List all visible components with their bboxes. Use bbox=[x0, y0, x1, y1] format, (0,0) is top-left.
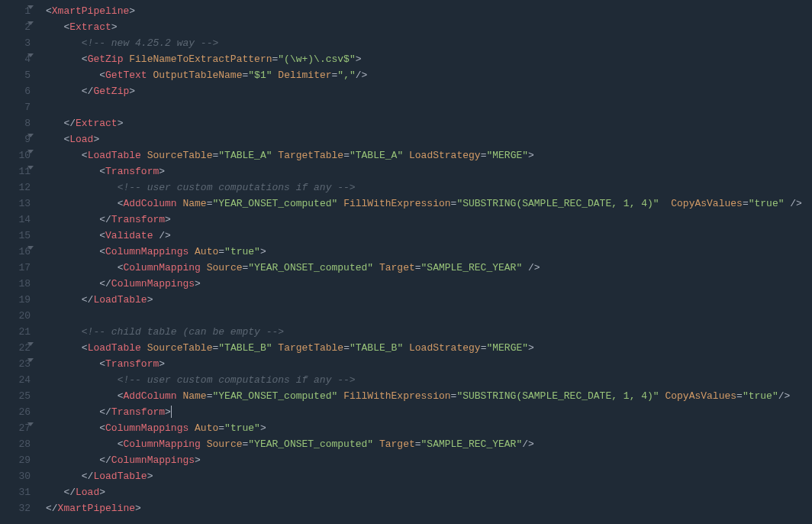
line-number[interactable]: 10 bbox=[0, 147, 31, 163]
code-line[interactable]: </LoadTable> bbox=[46, 468, 812, 484]
code-line[interactable]: <ColumnMappings Auto="true"> bbox=[46, 244, 812, 260]
line-number[interactable]: 23 bbox=[0, 356, 31, 372]
token-str: "SUBSTRING(SAMPLE_REC_DATE, 1, 4)" bbox=[456, 198, 659, 209]
code-line[interactable]: <GetZip FileNameToExtractPattern="(\w+)\… bbox=[46, 51, 812, 67]
fold-icon[interactable] bbox=[27, 150, 34, 154]
token-punct: > bbox=[147, 471, 153, 482]
code-area[interactable]: <XmartPipeline> <Extract> <!-- new 4.25.… bbox=[37, 3, 812, 524]
line-number[interactable]: 24 bbox=[0, 372, 31, 388]
code-line[interactable]: <Validate /> bbox=[46, 228, 812, 244]
line-number[interactable]: 25 bbox=[0, 388, 31, 404]
line-number[interactable]: 31 bbox=[0, 484, 31, 500]
token-tag: Load bbox=[69, 134, 93, 145]
line-number[interactable]: 7 bbox=[0, 99, 31, 115]
line-number[interactable]: 21 bbox=[0, 324, 31, 340]
line-number[interactable]: 5 bbox=[0, 67, 31, 83]
code-line[interactable]: <LoadTable SourceTable="TABLE_A" TargetT… bbox=[46, 147, 812, 163]
token-str: "TABLE_B" bbox=[350, 342, 403, 354]
token-punct bbox=[141, 342, 147, 354]
code-line[interactable]: <ColumnMapping Source="YEAR_ONSET_comput… bbox=[46, 260, 812, 276]
code-line[interactable]: </GetZip> bbox=[46, 83, 812, 99]
line-number[interactable]: 29 bbox=[0, 452, 31, 468]
line-number[interactable]: 8 bbox=[0, 115, 31, 131]
line-number[interactable]: 13 bbox=[0, 196, 31, 212]
code-line[interactable]: </ColumnMappings> bbox=[46, 276, 812, 292]
code-line[interactable]: </Transform> bbox=[46, 404, 812, 420]
token-punct: < bbox=[99, 246, 105, 257]
token-punct: = bbox=[415, 438, 421, 450]
code-line[interactable]: <LoadTable SourceTable="TABLE_B" TargetT… bbox=[46, 340, 812, 356]
code-line[interactable]: <Transform> bbox=[46, 356, 812, 372]
token-tag: GetZip bbox=[88, 53, 124, 65]
code-line[interactable]: </LoadTable> bbox=[46, 292, 812, 308]
code-line[interactable]: <Transform> bbox=[46, 163, 812, 180]
code-line[interactable]: <GetText OutputTableName="$1" Delimiter=… bbox=[46, 67, 812, 83]
line-number[interactable]: 27 bbox=[0, 420, 31, 436]
code-line[interactable]: <!-- user custom computations if any --> bbox=[46, 372, 812, 388]
fold-icon[interactable] bbox=[27, 342, 34, 346]
code-editor[interactable]: 1234567891011121314151617181920212223242… bbox=[0, 0, 812, 524]
token-tag: LoadTable bbox=[93, 294, 147, 306]
line-number[interactable]: 16 bbox=[0, 244, 31, 260]
fold-icon[interactable] bbox=[27, 134, 34, 137]
code-line[interactable]: </Extract> bbox=[46, 115, 812, 131]
line-number[interactable]: 18 bbox=[0, 276, 31, 292]
line-number[interactable]: 32 bbox=[0, 500, 31, 516]
code-line[interactable] bbox=[46, 99, 812, 115]
fold-icon[interactable] bbox=[27, 166, 34, 170]
token-str: "(\w+)\.csv$" bbox=[278, 53, 355, 65]
line-number[interactable]: 20 bbox=[0, 308, 31, 324]
line-number[interactable]: 12 bbox=[0, 180, 31, 196]
token-str: "MERGE" bbox=[486, 150, 528, 161]
line-number[interactable]: 15 bbox=[0, 228, 31, 244]
token-punct: > bbox=[159, 358, 165, 370]
line-number[interactable]: 6 bbox=[0, 83, 31, 99]
token-punct: = bbox=[218, 246, 224, 257]
line-number[interactable]: 4 bbox=[0, 51, 31, 67]
token-punct: /> bbox=[356, 70, 368, 81]
code-line[interactable]: <Load> bbox=[46, 131, 812, 147]
token-str: "YEAR_ONSET_computed" bbox=[248, 438, 373, 450]
code-line[interactable]: </Load> bbox=[46, 484, 812, 500]
code-line[interactable]: <AddColumn Name="YEAR_ONSET_computed" Fi… bbox=[46, 388, 812, 404]
code-line[interactable]: <ColumnMappings Auto="true"> bbox=[46, 420, 812, 436]
line-number[interactable]: 14 bbox=[0, 212, 31, 228]
code-line[interactable]: <!-- child table (can be empty --> bbox=[46, 324, 812, 340]
line-number[interactable]: 28 bbox=[0, 436, 31, 452]
line-number-gutter[interactable]: 1234567891011121314151617181920212223242… bbox=[0, 3, 37, 524]
line-number[interactable]: 9 bbox=[0, 131, 31, 147]
code-line[interactable]: <Extract> bbox=[46, 19, 812, 35]
code-line[interactable]: <XmartPipeline> bbox=[46, 3, 812, 19]
code-line[interactable]: <AddColumn Name="YEAR_ONSET_computed" Fi… bbox=[46, 196, 812, 212]
fold-icon[interactable] bbox=[27, 53, 34, 57]
fold-icon[interactable] bbox=[27, 21, 34, 25]
line-number[interactable]: 2 bbox=[0, 19, 31, 35]
token-punct: > bbox=[356, 53, 362, 65]
token-attr: Delimiter bbox=[278, 70, 331, 81]
token-str: "MERGE" bbox=[486, 342, 528, 354]
code-line[interactable]: <!-- new 4.25.2 way --> bbox=[46, 35, 812, 51]
code-line[interactable]: </ColumnMappings> bbox=[46, 452, 812, 468]
fold-icon[interactable] bbox=[27, 422, 34, 426]
line-number[interactable]: 1 bbox=[0, 3, 31, 19]
token-punct: </ bbox=[99, 454, 111, 466]
line-number[interactable]: 3 bbox=[0, 35, 31, 51]
code-line[interactable] bbox=[46, 308, 812, 324]
line-number[interactable]: 11 bbox=[0, 163, 31, 180]
line-number[interactable]: 17 bbox=[0, 260, 31, 276]
fold-icon[interactable] bbox=[27, 5, 34, 9]
token-punct bbox=[141, 150, 147, 161]
token-str: "YEAR_ONSET_computed" bbox=[213, 198, 338, 209]
line-number[interactable]: 30 bbox=[0, 468, 31, 484]
code-line[interactable]: </Transform> bbox=[46, 212, 812, 228]
line-number[interactable]: 19 bbox=[0, 292, 31, 308]
code-line[interactable]: </XmartPipeline> bbox=[46, 500, 812, 516]
line-number[interactable]: 26 bbox=[0, 404, 31, 420]
code-line[interactable]: <ColumnMapping Source="YEAR_ONSET_comput… bbox=[46, 436, 812, 452]
token-tag: LoadTable bbox=[88, 342, 141, 354]
fold-icon[interactable] bbox=[27, 358, 34, 362]
code-line[interactable]: <!-- user custom computations if any --> bbox=[46, 180, 812, 196]
line-number[interactable]: 22 bbox=[0, 340, 31, 356]
token-attr: Source bbox=[207, 262, 243, 273]
fold-icon[interactable] bbox=[27, 246, 34, 250]
